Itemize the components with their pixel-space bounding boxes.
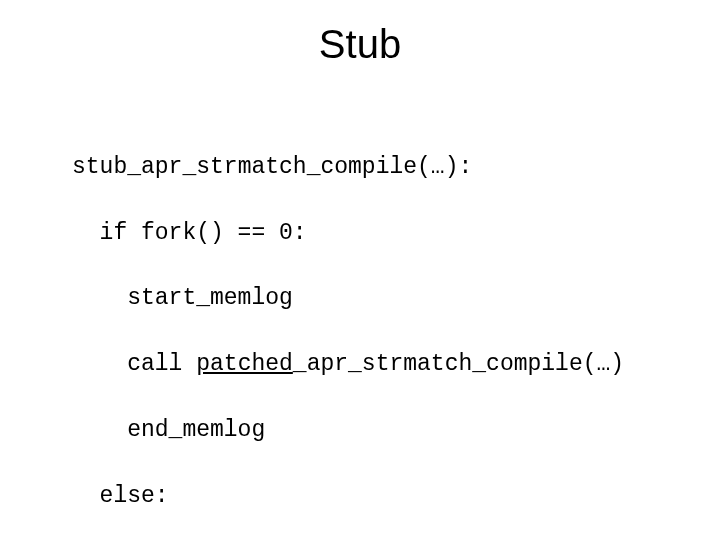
slide-title: Stub — [0, 22, 720, 67]
code-text: end_memlog — [72, 417, 265, 443]
code-line: start_memlog — [72, 282, 638, 315]
code-text: call — [72, 351, 196, 377]
code-line: else: — [72, 480, 638, 513]
slide: Stub stub_apr_strmatch_compile(…): if fo… — [0, 0, 720, 540]
code-line: call patched_apr_strmatch_compile(…) — [72, 348, 638, 381]
code-block: stub_apr_strmatch_compile(…): if fork() … — [72, 118, 638, 540]
code-text: start_memlog — [72, 285, 293, 311]
code-text-underlined: patched — [196, 351, 293, 377]
code-line: stub_apr_strmatch_compile(…): — [72, 151, 638, 184]
code-text: stub_apr_strmatch_compile(…): — [72, 154, 472, 180]
code-line: end_memlog — [72, 414, 638, 447]
code-line: if fork() == 0: — [72, 217, 638, 250]
code-text: else: — [72, 483, 169, 509]
code-text: if fork() == 0: — [72, 220, 307, 246]
code-text: _apr_strmatch_compile(…) — [293, 351, 624, 377]
